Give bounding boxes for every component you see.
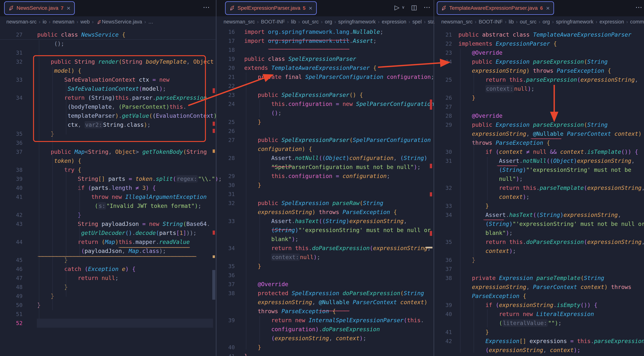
code-row[interactable]: 25}: [217, 117, 434, 127]
code-row[interactable]: 28Assert.notNull((Object)configuration, …: [217, 154, 434, 163]
code-row[interactable]: 38private Expression parseTemplate(Strin…: [434, 274, 644, 283]
code-row[interactable]: 23public SpelExpressionParser() {: [217, 90, 434, 99]
code-editor-templateawareexpressionparser[interactable]: 21public abstract class TemplateAwareExp…: [434, 30, 644, 355]
breadcrumb-item[interactable]: lib: [291, 19, 296, 25]
code-row[interactable]: blank");: [434, 229, 644, 238]
close-icon[interactable]: ×: [546, 5, 550, 11]
code-row[interactable]: 51: [0, 310, 216, 319]
pane-divider[interactable]: [434, 0, 434, 356]
code-row[interactable]: expressionString, ParserContext context)…: [434, 283, 644, 292]
code-row[interactable]: 32return this.parseTemplate(expressionSt…: [434, 183, 644, 192]
code-row[interactable]: 29public Expression parseExpression(Stri…: [434, 120, 644, 129]
code-row[interactable]: (literalValue:"");: [434, 319, 644, 328]
breadcrumb-item[interactable]: out_src: [520, 19, 536, 25]
code-row[interactable]: 31Assert.notNull((Object)expressionStrin…: [434, 156, 644, 165]
code-row[interactable]: expressionString, @Nullable ParserContex…: [217, 298, 434, 307]
breadcrumb-item[interactable]: newsman: [52, 19, 74, 25]
code-row[interactable]: throws ParseException {: [434, 138, 644, 147]
code-row[interactable]: configuration).doParseExpression: [217, 325, 434, 334]
code-row[interactable]: 50}: [0, 301, 216, 310]
code-row[interactable]: context);: [434, 247, 644, 256]
code-row[interactable]: 49}: [0, 292, 216, 301]
code-row[interactable]: 43String payloadJson = new String(Base64…: [0, 220, 216, 229]
code-row[interactable]: ();: [217, 108, 434, 117]
breadcrumb[interactable]: newsman_src›BOOT-INF›lib›out_src›org›spr…: [217, 16, 440, 27]
code-row[interactable]: 24this.configuration = new SpelParserCon…: [217, 99, 434, 108]
code-row[interactable]: 23@Override: [434, 48, 644, 57]
code-row[interactable]: 44return (Map)this.mapper.readValue: [0, 238, 216, 247]
code-row[interactable]: 26}: [434, 93, 644, 102]
code-row[interactable]: (s:"Invalid JWT token format");: [0, 201, 216, 211]
code-row[interactable]: 45}: [0, 256, 216, 265]
code-row[interactable]: 41}: [217, 352, 434, 356]
code-row[interactable]: context:null);: [217, 253, 434, 262]
code-row[interactable]: 29this.configuration = configuration;: [217, 172, 434, 181]
breadcrumb-item[interactable]: BOOT-INF: [479, 19, 503, 25]
pane-divider[interactable]: [216, 0, 216, 356]
code-row[interactable]: ctx, var2:String.class);: [0, 120, 216, 129]
code-row[interactable]: 40return new LiteralExpression: [434, 310, 644, 319]
breadcrumb-item[interactable]: io: [43, 19, 46, 25]
code-row[interactable]: 35}: [217, 262, 434, 271]
code-row[interactable]: 21private final SpelParserConfiguration …: [217, 72, 434, 81]
code-row[interactable]: 34return (String)this.parser.parseExpres…: [0, 93, 216, 102]
breadcrumb-item[interactable]: expression: [382, 19, 406, 25]
code-row[interactable]: 37: [434, 265, 644, 274]
code-row[interactable]: 40if (parts.length ≠ 3) {: [0, 183, 216, 192]
code-row[interactable]: throws ParseException {: [217, 307, 434, 316]
code-row[interactable]: 33}: [434, 201, 644, 211]
code-row[interactable]: 38protected SpelExpression doParseExpres…: [217, 289, 434, 298]
code-row[interactable]: 31: [0, 48, 216, 57]
breadcrumb-item[interactable]: springframework: [556, 19, 594, 25]
run-dropdown-icon[interactable]: ∨: [402, 5, 405, 9]
code-row[interactable]: 34Assert.hasText((String)expressionStrin…: [434, 211, 644, 220]
code-row[interactable]: 38try {: [0, 165, 216, 174]
breadcrumb-item[interactable]: lib: [509, 19, 514, 25]
code-row[interactable]: 32public String render(String bodyTempla…: [0, 57, 216, 66]
breadcrumb-item[interactable]: newsman_src: [441, 19, 473, 25]
breadcrumb[interactable]: newsman_src›BOOT-INF›lib›out_src›org›spr…: [434, 16, 644, 27]
code-row[interactable]: 39String[] parts = token.split(regex:"\\…: [0, 174, 216, 183]
code-row[interactable]: 42}: [0, 211, 216, 220]
code-row[interactable]: 41throw new IllegalArgumentException: [0, 192, 216, 201]
code-row[interactable]: 41}: [434, 328, 644, 337]
code-row[interactable]: 36: [0, 138, 216, 147]
code-row[interactable]: 22: [217, 81, 434, 90]
breadcrumb-item[interactable]: NewsService.java: [102, 19, 142, 25]
breadcrumb-item[interactable]: …: [148, 19, 153, 25]
breadcrumb-item[interactable]: newsman-src: [6, 19, 37, 25]
code-row[interactable]: 35}: [0, 129, 216, 138]
code-row[interactable]: 25return this.parseExpression(expression…: [434, 75, 644, 84]
code-row[interactable]: 24public Expression parseExpression(Stri…: [434, 57, 644, 66]
code-row[interactable]: 17import org.springframework.util.Assert…: [217, 36, 434, 45]
code-row[interactable]: 37public Map<String, Object> getTokenBod…: [0, 147, 216, 156]
breadcrumb-item[interactable]: org: [542, 19, 550, 25]
code-row[interactable]: 52: [0, 319, 216, 328]
breadcrumb-item[interactable]: expression: [600, 19, 624, 25]
code-row[interactable]: 34return this.doParseExpression(expressi…: [217, 244, 434, 253]
more-actions-icon[interactable]: ⋯: [635, 3, 642, 11]
code-row[interactable]: 16import org.springframework.lang.Nullab…: [217, 27, 434, 36]
breadcrumb-item[interactable]: web: [80, 19, 90, 25]
code-row[interactable]: (String)"'expressionString' must not be …: [434, 220, 644, 229]
code-row[interactable]: expressionString) throws ParseException …: [434, 66, 644, 75]
code-row[interactable]: 21public abstract class TemplateAwareExp…: [434, 30, 644, 39]
code-row[interactable]: 30if (context ≠ null && context.isTempla…: [434, 147, 644, 156]
code-row[interactable]: (bodyTemplate, (ParserContext)this.: [0, 102, 216, 111]
code-row[interactable]: SafeEvaluationContext(model);: [0, 84, 216, 93]
code-row[interactable]: 48}: [0, 283, 216, 292]
code-row[interactable]: 28@Override: [434, 111, 644, 120]
code-row[interactable]: 37@Override: [217, 280, 434, 289]
code-row[interactable]: 40}: [217, 343, 434, 352]
breadcrumb-item[interactable]: springframework: [338, 19, 376, 25]
code-row[interactable]: 27public SpelExpressionParser(SpelParser…: [217, 136, 434, 145]
code-row[interactable]: (expressionString, context);: [217, 334, 434, 343]
code-row[interactable]: blank");: [217, 235, 434, 244]
tab-newsservice[interactable]: NewsService.java 7 ×: [4, 1, 75, 15]
code-editor-spelexpressionparser[interactable]: 16import org.springframework.lang.Nullab…: [217, 27, 434, 356]
breadcrumb-item[interactable]: newsman_src: [224, 19, 255, 25]
code-row[interactable]: (expressionString, context);: [434, 346, 644, 355]
code-row[interactable]: 27public class NewsService {: [0, 30, 216, 39]
breadcrumb-item[interactable]: common: [630, 19, 644, 25]
code-row[interactable]: model) {: [0, 66, 216, 75]
